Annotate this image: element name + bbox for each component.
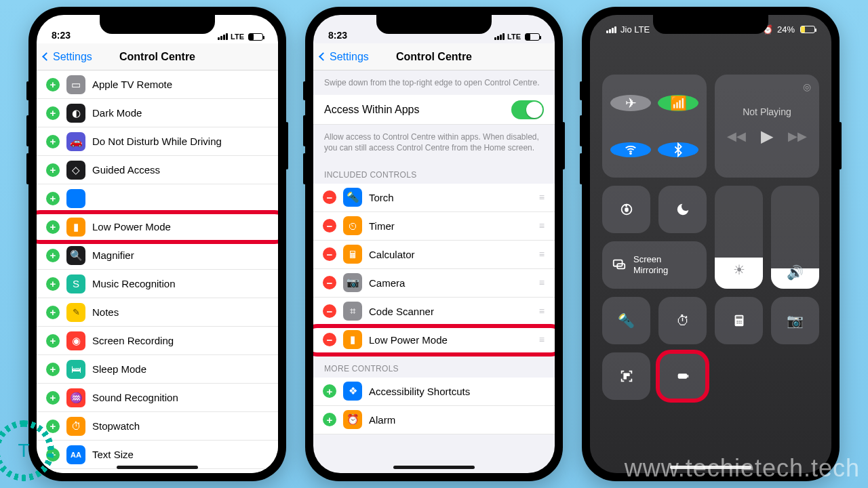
cellular-data-icon[interactable]: 📶 <box>658 95 698 111</box>
list-item[interactable]: +⏰Alarm <box>313 406 555 434</box>
add-icon[interactable]: + <box>46 306 60 319</box>
airplay-icon[interactable]: ◎ <box>803 81 811 92</box>
svg-point-8 <box>738 321 740 322</box>
list-item[interactable]: +🛏Sleep Mode <box>37 355 278 384</box>
more-controls-list[interactable]: +▭Apple TV Remote+◐Dark Mode+🚗Do Not Dis… <box>37 70 278 473</box>
svg-rect-17 <box>687 375 688 378</box>
list-item[interactable]: +▭Apple TV Remote <box>37 70 278 99</box>
add-icon[interactable]: + <box>46 420 60 433</box>
drag-handle-icon[interactable]: ≡ <box>539 306 545 317</box>
list-item[interactable]: +▮Low Power Mode <box>37 213 278 241</box>
add-icon[interactable]: + <box>46 249 60 262</box>
add-icon[interactable]: + <box>323 413 336 426</box>
remove-icon[interactable]: − <box>323 276 336 289</box>
svg-rect-2 <box>625 208 628 211</box>
home-indicator[interactable] <box>117 466 198 469</box>
app-icon: 🖩 <box>343 245 362 264</box>
add-icon[interactable]: + <box>46 78 60 92</box>
calculator-icon[interactable] <box>715 297 763 344</box>
list-item[interactable]: −🔦Torch≡ <box>313 184 555 212</box>
app-icon: AA <box>66 445 85 464</box>
add-icon[interactable]: + <box>46 163 60 177</box>
list-item[interactable]: +♒Sound Recognition <box>37 384 278 412</box>
list-item[interactable]: −📷Camera≡ <box>313 269 555 298</box>
add-icon[interactable]: + <box>46 192 60 205</box>
add-icon[interactable]: + <box>46 334 60 348</box>
media-tile[interactable]: ◎ Not Playing ◀◀ ▶ ▶▶ <box>715 75 819 178</box>
remove-icon[interactable]: − <box>323 304 336 318</box>
drag-handle-icon[interactable]: ≡ <box>539 249 545 260</box>
brightness-slider[interactable]: ☀ <box>715 186 763 289</box>
list-item[interactable]: −🖩Calculator≡ <box>313 241 555 269</box>
home-indicator[interactable] <box>393 466 475 469</box>
phone-1-screen: 8:23 LTE Settings Control Centre +▭Apple… <box>37 15 278 473</box>
svg-point-0 <box>630 152 631 154</box>
drag-handle-icon[interactable]: ≡ <box>539 334 545 345</box>
low-power-mode-icon[interactable] <box>658 352 707 400</box>
code-scanner-icon[interactable] <box>602 352 650 400</box>
list-item[interactable]: −⏲Timer≡ <box>313 212 555 241</box>
list-item[interactable]: +◇Guided Access <box>37 156 278 184</box>
list-item[interactable]: +▭Wallet <box>37 469 278 473</box>
home-indicator[interactable] <box>670 466 751 469</box>
back-button[interactable]: Settings <box>320 51 369 63</box>
included-controls-list[interactable]: −🔦Torch≡−⏲Timer≡−🖩Calculator≡−📷Camera≡−⌗… <box>313 184 555 354</box>
connectivity-tile[interactable]: ✈ 📶 <box>602 75 707 178</box>
list-item[interactable]: +✎Notes <box>37 298 278 327</box>
bluetooth-icon[interactable] <box>658 142 698 157</box>
drag-handle-icon[interactable]: ≡ <box>539 220 545 231</box>
list-item[interactable]: −⌗Code Scanner≡ <box>313 298 555 326</box>
remove-icon[interactable]: − <box>323 333 336 346</box>
screen-mirroring-icon <box>612 257 627 274</box>
prev-track-icon[interactable]: ◀◀ <box>727 129 746 144</box>
list-item[interactable]: −▮Low Power Mode≡ <box>313 326 555 354</box>
drag-handle-icon[interactable]: ≡ <box>539 192 545 203</box>
more-controls-list[interactable]: +❖Accessibility Shortcuts+⏰Alarm <box>313 378 555 434</box>
timer-icon[interactable]: ⏱ <box>658 297 707 344</box>
wifi-icon[interactable] <box>610 142 651 157</box>
list-item-label: Apple TV Remote <box>92 79 172 90</box>
list-item-label: Sleep Mode <box>92 363 146 375</box>
remove-icon[interactable]: − <box>323 190 336 204</box>
access-toggle[interactable] <box>511 100 544 119</box>
screen-mirroring-tile[interactable]: Screen Mirroring <box>602 241 707 289</box>
back-button[interactable]: Settings <box>43 51 92 63</box>
add-icon[interactable]: + <box>46 277 60 291</box>
add-icon[interactable]: + <box>46 220 60 234</box>
volume-icon: 🔊 <box>787 264 804 281</box>
list-item[interactable]: +🚗Do Not Disturb While Driving <box>37 127 278 156</box>
add-icon[interactable]: + <box>323 384 336 398</box>
list-item[interactable]: +AAText Size <box>37 441 278 469</box>
app-icon: ✎ <box>66 303 85 322</box>
list-item[interactable]: +◐Dark Mode <box>37 99 278 127</box>
list-item-label: Do Not Disturb While Driving <box>92 136 222 147</box>
list-item[interactable]: +⏱Stopwatch <box>37 412 278 441</box>
app-icon: S <box>66 274 85 293</box>
airplane-mode-icon[interactable]: ✈ <box>610 95 651 111</box>
chevron-left-icon <box>319 52 328 61</box>
add-icon[interactable]: + <box>46 106 60 120</box>
remove-icon[interactable]: − <box>323 247 336 261</box>
add-icon[interactable]: + <box>46 135 60 148</box>
brightness-icon: ☀ <box>733 262 745 278</box>
list-item[interactable]: +◉Screen Recording <box>37 327 278 355</box>
list-item-label: Camera <box>369 277 405 289</box>
list-item[interactable]: +🔍Magnifier <box>37 241 278 270</box>
list-item[interactable]: +SMusic Recognition <box>37 270 278 298</box>
list-item[interactable]: +❖Accessibility Shortcuts <box>313 378 555 406</box>
signal-bars-icon <box>218 33 228 40</box>
do-not-disturb-icon[interactable] <box>658 186 707 233</box>
app-icon: ⏱ <box>66 417 85 436</box>
orientation-lock-icon[interactable] <box>602 186 650 233</box>
torch-icon[interactable]: 🔦 <box>602 297 650 344</box>
add-icon[interactable]: + <box>46 363 60 376</box>
add-icon[interactable]: + <box>46 391 60 405</box>
status-time: 8:23 <box>52 30 71 41</box>
camera-icon[interactable]: 📷 <box>771 297 819 344</box>
next-track-icon[interactable]: ▶▶ <box>788 129 807 144</box>
play-icon[interactable]: ▶ <box>761 127 773 146</box>
list-item[interactable]: + <box>37 184 278 213</box>
drag-handle-icon[interactable]: ≡ <box>539 277 545 288</box>
volume-slider[interactable]: 🔊 <box>771 186 819 289</box>
remove-icon[interactable]: − <box>323 219 336 232</box>
